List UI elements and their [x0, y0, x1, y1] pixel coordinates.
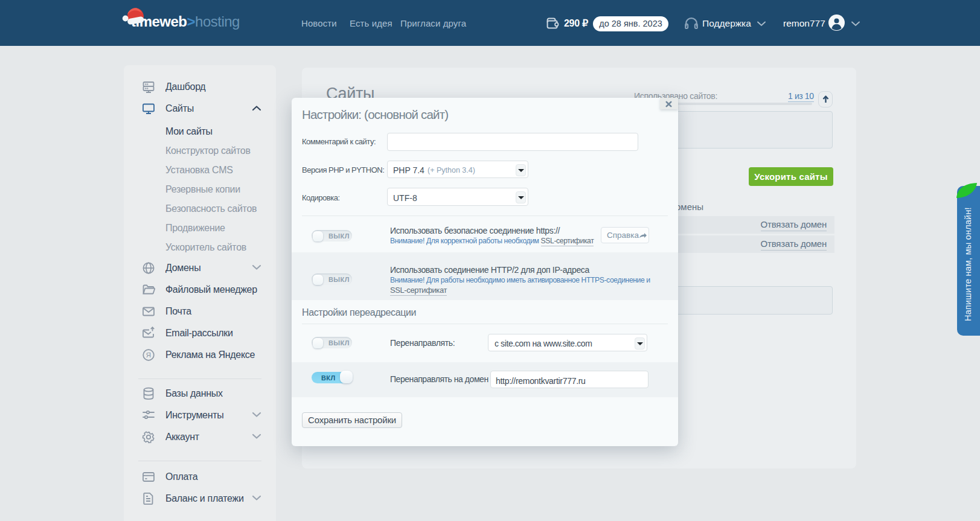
svg-text:Я: Я	[146, 351, 151, 359]
